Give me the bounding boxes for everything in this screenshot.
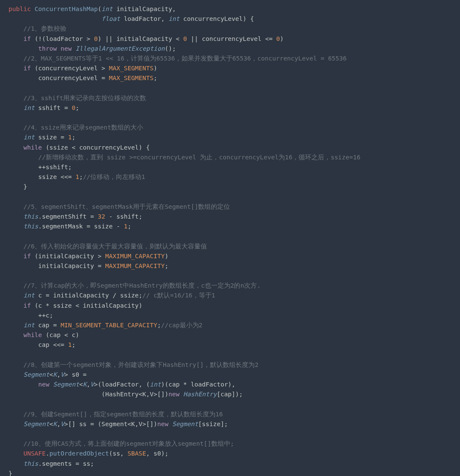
number: 32 xyxy=(98,213,105,220)
comment: //10、使用CAS方式，将上面创建的segment对象放入segment[]数… xyxy=(23,440,234,447)
punct: , xyxy=(57,371,61,378)
type-int: int xyxy=(23,322,34,329)
type-int: int xyxy=(23,104,34,111)
type-int: int xyxy=(23,134,34,141)
exception-type: IllegalArgumentException xyxy=(75,45,165,52)
expr: .segmentShift = xyxy=(38,213,94,220)
number: 0 xyxy=(94,35,98,42)
keyword-while: while xyxy=(23,144,42,151)
keyword-if: if xyxy=(23,253,31,260)
generic-v: V xyxy=(60,421,64,427)
keyword-this: this xyxy=(23,460,38,467)
expr: (cap < c) xyxy=(46,332,79,338)
generic-k: K xyxy=(53,371,57,378)
expr: .segmentMask = ssize - xyxy=(38,223,120,230)
expr: , s0); xyxy=(146,450,168,457)
constant: MAXIMUM_CAPACITY xyxy=(105,253,165,260)
type-hashentry: HashEntry xyxy=(183,391,217,398)
var-decl: ssize = xyxy=(38,134,64,141)
constant: MIN_SEGMENT_TABLE_CAPACITY xyxy=(60,322,157,329)
expr: (HashEntry<K,V>[]) xyxy=(101,391,168,398)
punct: , xyxy=(57,421,61,427)
punct: ) xyxy=(165,253,169,260)
unsafe-field: UNSAFE xyxy=(23,450,46,457)
punct: ; xyxy=(127,223,131,230)
stmt: cap <<= xyxy=(38,341,64,348)
punct: ; xyxy=(165,263,169,269)
comment: //3、sshift用来记录向左按位移动的次数 xyxy=(23,95,147,101)
expr: (concurrencyLevel > xyxy=(34,65,105,72)
brace: } xyxy=(9,470,12,476)
type-segment: Segment xyxy=(23,371,49,378)
keyword-public: public xyxy=(9,6,31,12)
keyword-new: new xyxy=(38,381,49,388)
constant: SBASE xyxy=(127,450,146,457)
keyword-new: new xyxy=(157,421,168,427)
keyword-this: this xyxy=(23,223,38,230)
keyword-new: new xyxy=(168,391,179,398)
type-int: int xyxy=(23,292,34,299)
expr: .segments = ss; xyxy=(38,460,94,467)
comment: //9、创建Segment[]，指定segment数组的长度，默认数组长度为16 xyxy=(23,411,223,418)
param: loadFactor, xyxy=(124,15,165,22)
type-int: int xyxy=(168,15,179,22)
type-int: int xyxy=(150,381,161,388)
expr: (c * ssize < initialCapacity) xyxy=(34,302,142,309)
stmt: ssize <<= xyxy=(38,173,72,180)
param: concurrencyLevel) { xyxy=(183,15,254,22)
expr: - sshift; xyxy=(109,213,143,220)
keyword-if: if xyxy=(23,35,31,42)
comment: //6、传入初始化的容量值大于最大容量值，则默认为最大容量值 xyxy=(23,243,207,250)
expr: c = initialCapacity / ssize; xyxy=(38,292,142,299)
punct: < xyxy=(79,381,83,388)
generic-v: V xyxy=(60,371,64,378)
type-float: float xyxy=(101,15,120,22)
generic-v: V xyxy=(90,381,94,388)
expr: >(loadFactor, ( xyxy=(94,381,150,388)
punct: , xyxy=(86,381,90,388)
expr: > s0 = xyxy=(64,371,86,378)
expr: [ssize]; xyxy=(198,421,228,427)
punct: (); xyxy=(165,45,176,52)
expr: concurrencyLevel = xyxy=(38,75,105,81)
brace: } xyxy=(23,183,27,190)
punct: ) xyxy=(280,35,284,42)
param: initialCapacity, xyxy=(116,6,176,12)
punct: . xyxy=(46,450,49,457)
expr: (ssize < concurrencyLevel) { xyxy=(46,144,150,151)
expr: || concurrencyLevel <= xyxy=(191,35,273,42)
expr: initialCapacity = xyxy=(38,263,101,269)
constant: MAX_SEGMENTS xyxy=(109,75,154,81)
punct: ; xyxy=(153,75,157,81)
stmt: ++c; xyxy=(38,312,53,319)
number: 1 xyxy=(75,173,79,180)
constant: MAXIMUM_CAPACITY xyxy=(105,263,165,269)
punct: ) xyxy=(154,65,158,72)
keyword-if: if xyxy=(23,65,31,72)
keyword-new: new xyxy=(60,45,72,52)
comment: //2、MAX_SEGMENTS等于1 << 16，计算值为65536，如果并发… xyxy=(23,55,347,62)
comment: // c默认=16/16，等于1 xyxy=(142,292,215,299)
type-segment: Segment xyxy=(172,421,198,427)
var-decl: sshift = xyxy=(38,104,68,111)
punct: ; xyxy=(72,341,75,348)
code-block: public ConcurrentHashMap(int initialCapa… xyxy=(0,0,460,476)
punct: < xyxy=(49,371,53,378)
expr: (ss, xyxy=(109,450,124,457)
expr: [cap]); xyxy=(217,391,243,398)
type-int: int xyxy=(101,6,112,12)
comment: //位移动，向左移动1 xyxy=(83,173,145,180)
comment: //4、ssize用来记录segment数组的大小 xyxy=(23,124,143,131)
method-call: putOrderedObject xyxy=(49,450,109,457)
punct: ; xyxy=(79,173,83,180)
expr: cap = xyxy=(38,322,57,329)
type-segment: Segment xyxy=(23,421,49,427)
comment: //5、segmentShift、segmentMask用于元素在Segment… xyxy=(23,203,230,210)
expr: (initialCapacity > xyxy=(34,253,101,260)
punct: ; xyxy=(75,104,79,111)
expr: (!(loadFactor > xyxy=(34,35,90,42)
comment: //8、创建第一个segment对象，并创建该对象下HashEntry[]，默认… xyxy=(23,361,259,368)
keyword-if: if xyxy=(23,302,31,309)
stmt: ++sshift; xyxy=(38,164,72,170)
comment: //cap最小为2 xyxy=(161,322,202,329)
